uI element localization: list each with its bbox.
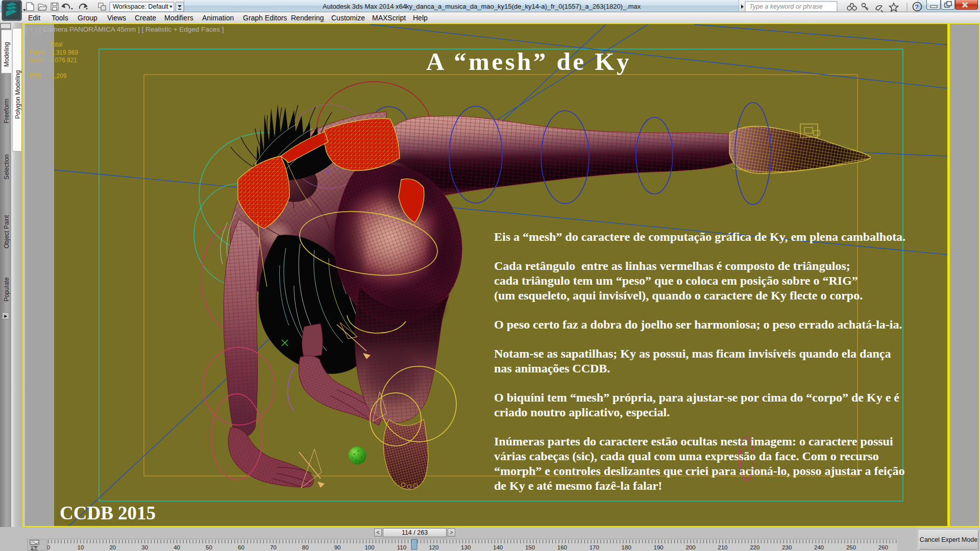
svg-text:70: 70	[270, 544, 277, 550]
svg-text:Autodesk 3ds Max 2014 x64: Autodesk 3ds Max 2014 x64	[323, 3, 406, 10]
svg-text:Type a keyword or phrase: Type a keyword or phrase	[749, 3, 823, 10]
svg-text:120: 120	[429, 544, 438, 550]
svg-text:30: 30	[141, 544, 148, 550]
svg-text:0: 0	[47, 544, 50, 550]
svg-text:ky_danca_a_musica_da_mao_ky15(: ky_danca_a_musica_da_mao_ky15(de_ky14-a)…	[406, 3, 641, 10]
svg-text:150: 150	[525, 544, 535, 550]
svg-text:160: 160	[557, 544, 567, 550]
svg-text:100: 100	[364, 544, 374, 550]
svg-text:220: 220	[750, 544, 760, 550]
svg-text:60: 60	[238, 544, 244, 550]
svg-text:40: 40	[174, 544, 180, 550]
svg-text:20: 20	[109, 544, 116, 550]
svg-text:Workspace: Default: Workspace: Default	[113, 3, 168, 10]
svg-text:?: ?	[915, 3, 919, 11]
svg-text:180: 180	[622, 544, 631, 550]
svg-text:50: 50	[206, 544, 212, 550]
svg-text:110: 110	[397, 544, 406, 550]
svg-text:190: 190	[654, 544, 664, 550]
svg-text:80: 80	[302, 544, 309, 550]
svg-text:230: 230	[782, 544, 792, 550]
svg-text:170: 170	[590, 544, 599, 550]
svg-text:10: 10	[78, 544, 84, 550]
svg-text:250: 250	[846, 544, 856, 550]
svg-text:130: 130	[461, 544, 471, 550]
svg-text:240: 240	[814, 544, 824, 550]
svg-text:140: 140	[493, 544, 503, 550]
svg-text:260: 260	[878, 544, 888, 550]
svg-text:200: 200	[685, 544, 695, 550]
svg-text:210: 210	[718, 544, 727, 550]
svg-text:90: 90	[334, 544, 341, 550]
